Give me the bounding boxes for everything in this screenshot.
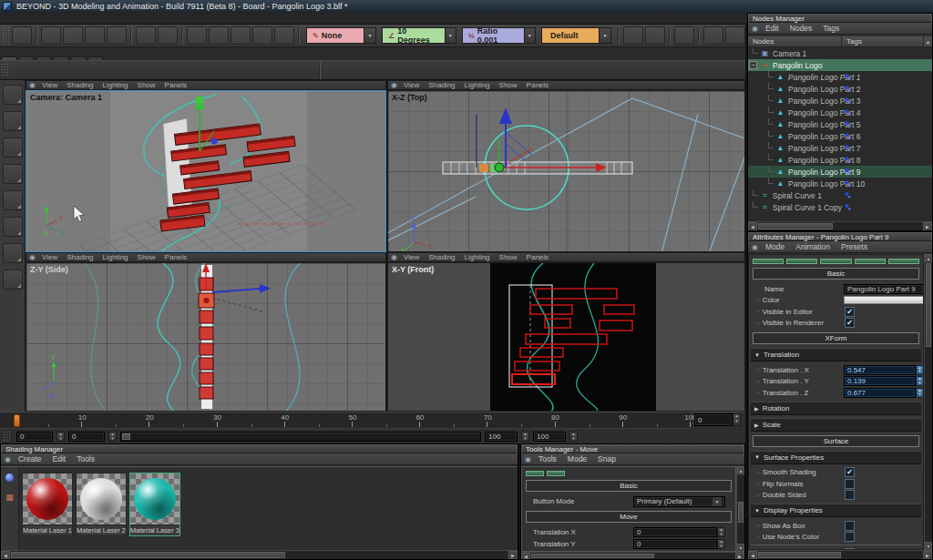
keyframe-icon[interactable]: ○ [756, 470, 760, 475]
tag-icon[interactable] [845, 166, 851, 176]
playhead[interactable] [14, 414, 20, 427]
tag-icon[interactable] [845, 83, 851, 93]
bend-cylinder-button[interactable] [401, 63, 418, 78]
panel-menu-item[interactable]: Tools [71, 454, 100, 463]
panel-menu-item[interactable]: Edit [47, 454, 72, 463]
rectangle-select-tool[interactable] [3, 111, 23, 131]
go-to-end-button[interactable] [702, 431, 716, 443]
move-mode-button[interactable] [63, 26, 83, 45]
viewport-layout-button[interactable] [12, 26, 32, 45]
redo-button[interactable] [645, 26, 665, 45]
primitive-sphere-button[interactable] [164, 63, 181, 78]
panel-menu-item[interactable]: Create [13, 454, 47, 463]
keyframe-icon[interactable]: ○ [756, 367, 760, 372]
frame-spinner[interactable]: ▲▼ [733, 413, 741, 426]
number-input[interactable]: 0 [633, 527, 717, 537]
shaded-view-tool[interactable] [3, 243, 23, 263]
grid-snap-button[interactable] [674, 26, 694, 45]
node-pangolin-logo-part-7[interactable]: − Pangolin Logo Part 7 [748, 142, 932, 154]
keyframe-icon[interactable]: ○ [756, 298, 760, 303]
scroll-left-icon[interactable]: ◀ [748, 551, 757, 559]
spinner[interactable]: ▲▼ [56, 432, 65, 442]
scroll-left-icon[interactable]: ◀ [521, 553, 530, 559]
tag-icon[interactable] [845, 95, 851, 105]
panel-menu-item[interactable]: Animation [790, 242, 836, 251]
primitive-spike-button[interactable] [260, 63, 277, 78]
surface-properties-group[interactable]: ▼ Surface Properties [751, 451, 921, 464]
node-pangolin-logo[interactable]: − Pangolin Logo [748, 59, 932, 71]
checkbox[interactable]: ✔ [845, 307, 855, 317]
range-start-input[interactable]: 0 [16, 432, 53, 442]
scroll-thumb[interactable] [738, 502, 743, 523]
curve-edit-tool[interactable] [3, 217, 23, 237]
star-button[interactable] [420, 63, 437, 78]
node-pangolin-logo-part-4[interactable]: − Pangolin Logo Part 4 [748, 107, 932, 118]
tool-tab-move[interactable] [547, 471, 565, 476]
attr-tab-edit[interactable] [855, 259, 886, 264]
panel-menu-item[interactable]: Mode [562, 454, 592, 463]
tag-icon[interactable] [845, 201, 851, 211]
scroll-down-icon[interactable]: ▼ [737, 544, 744, 552]
primitive-bent-plane-button[interactable] [241, 63, 258, 78]
chevron-down-icon[interactable]: ▼ [364, 27, 376, 44]
fast-forward-button[interactable] [687, 431, 702, 443]
node-pangolin-logo-part-3[interactable]: − Pangolin Logo Part 3 [748, 95, 932, 107]
horizontal-scrollbar[interactable]: ◀ ▶ [1, 550, 518, 559]
material-laser-3[interactable]: Material Laser 3 [129, 473, 180, 536]
rotation-group[interactable]: ▶ Rotation [751, 402, 921, 415]
primitive-cube-button[interactable] [30, 63, 47, 78]
curve-tangent-button[interactable] [136, 26, 156, 45]
number-input[interactable]: 0.677 [844, 388, 916, 398]
go-to-start-button[interactable] [585, 431, 600, 443]
select-tool[interactable] [3, 85, 23, 105]
collapse-icon[interactable]: − [749, 61, 757, 69]
viewport-menu-icon[interactable]: ◉ [29, 81, 36, 89]
tag-icon[interactable] [845, 142, 851, 152]
scroll-left-icon[interactable]: ◀ [748, 222, 757, 230]
mirror-cube-button[interactable] [324, 63, 342, 78]
rotate-tool[interactable] [3, 164, 23, 184]
chevron-down-icon[interactable]: ▼ [525, 27, 536, 44]
scroll-right-icon[interactable]: ▶ [923, 551, 932, 559]
primitive-capsule-button[interactable] [126, 63, 143, 78]
material-list-icon[interactable]: ▦ [5, 493, 14, 502]
range-end-input[interactable]: 100 [485, 432, 518, 442]
step-forward-button[interactable] [672, 431, 687, 443]
number-input[interactable]: 0.547 [844, 365, 916, 375]
checkbox[interactable]: ✔ [845, 521, 855, 531]
undo-button[interactable] [623, 26, 643, 45]
scroll-thumb[interactable] [926, 263, 931, 347]
attr-tab-surface[interactable] [820, 259, 851, 264]
primitive-torus-button[interactable] [202, 63, 220, 78]
keyframe-icon[interactable]: ○ [756, 481, 760, 486]
preset-dropdown[interactable]: Default ▼ [541, 27, 611, 44]
loop-button[interactable] [716, 431, 731, 443]
scroll-right-icon[interactable]: ▶ [508, 551, 518, 559]
scroll-down-icon[interactable]: ▼ [925, 542, 932, 550]
position-input[interactable]: 0 [68, 432, 105, 442]
ratio-snap-dropdown[interactable]: ½ Ratio 0.001 ▼ [462, 27, 536, 44]
keyframe-icon[interactable]: ○ [756, 493, 760, 498]
total-frames-input[interactable]: 100 [533, 432, 566, 442]
scroll-thumb[interactable] [11, 552, 285, 558]
viewport-menu-item[interactable]: Show [133, 253, 160, 261]
spinner[interactable]: ▲▼ [916, 388, 924, 398]
current-frame-input[interactable]: 0 [694, 413, 733, 426]
fast-reverse-button[interactable] [600, 431, 614, 443]
column-tags[interactable]: Tags [842, 36, 923, 46]
lathe-button[interactable] [382, 63, 399, 78]
checkbox[interactable]: ✔ [845, 490, 855, 500]
timeline-grip[interactable] [3, 431, 10, 442]
surface-patch-button[interactable] [209, 26, 229, 45]
viewport-menu-item[interactable]: Shading [424, 81, 459, 89]
viewport-menu-item[interactable]: Show [495, 253, 522, 261]
chevron-down-icon[interactable]: ▼ [600, 27, 611, 44]
scroll-right-icon[interactable]: ▶ [735, 553, 744, 559]
viewport-menu-item[interactable]: Show [133, 81, 160, 89]
scroll-right-icon[interactable]: ▶ [923, 222, 932, 230]
node-pangolin-logo-part-6[interactable]: − Pangolin Logo Part 6 [748, 130, 932, 142]
checkbox[interactable]: ✔ [845, 467, 855, 477]
viewport-menu-item[interactable]: Lighting [98, 253, 133, 261]
primitive-ring-button[interactable] [221, 63, 239, 78]
viewport-menu-item[interactable]: Show [495, 81, 522, 89]
